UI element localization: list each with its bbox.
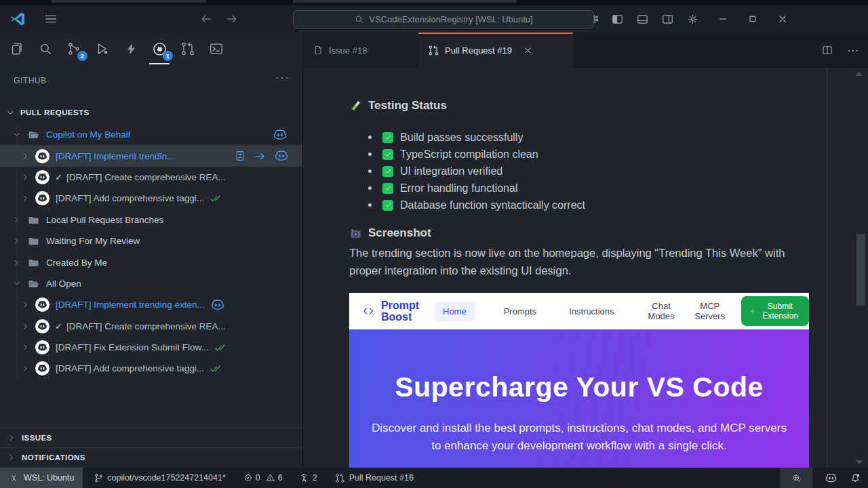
section-issues[interactable]: ISSUES (0, 428, 302, 447)
status-bar: WSL: Ubuntu copilot/vscode1752247214041*… (0, 468, 868, 488)
tree-folder-copilot-on-my-behalf[interactable]: Copilot on My Behalf (0, 124, 302, 145)
site-logo: Prompt Boost (381, 300, 419, 323)
problems-indicator[interactable]: 0 6 (243, 468, 283, 488)
scroll-down-arrow[interactable] (856, 460, 863, 464)
tree-folder-waiting-for-my-review[interactable]: Waiting For My Review (0, 230, 302, 251)
tab-issue-18[interactable]: Issue #18 (303, 33, 418, 68)
remote-indicator[interactable]: WSL: Ubuntu (0, 468, 83, 488)
copilot-avatar (35, 319, 50, 333)
screenshot-description: The trending section is now live on the … (349, 244, 790, 279)
checks-passed-icon (210, 192, 222, 205)
settings-gear-icon[interactable] (686, 13, 699, 26)
screenshot-heading: Screenshot (349, 226, 431, 240)
editor-more-actions[interactable]: ⋯ (847, 43, 859, 58)
tree-folder-all-open[interactable]: All Open (0, 273, 302, 294)
checklist-item: Database function syntactically correct (368, 197, 585, 214)
reviewed-check: ✓ (55, 321, 62, 331)
activity-github-icon[interactable]: 1 (151, 37, 168, 61)
title-bar: VSCodeExtensionRegistry [WSL: Ubuntu] (0, 5, 868, 33)
webview-edge (827, 68, 827, 468)
scrollbar-thumb[interactable] (856, 234, 865, 306)
activity-terminal-icon[interactable] (208, 37, 225, 61)
ports-indicator[interactable]: 2 (299, 468, 317, 488)
embedded-screenshot-image: Prompt Boost Home Prompts Instructions C… (349, 293, 809, 468)
tree-item-pr-implement-trending[interactable]: [DRAFT] Implement trendin... (0, 145, 302, 166)
site-hero-title: Supercharge Your VS Code (395, 371, 764, 403)
reviewed-check: ✓ (55, 172, 62, 182)
copilot-author-icon (210, 298, 225, 312)
folder-open-icon (28, 129, 39, 140)
activity-run-debug-icon[interactable] (94, 37, 111, 61)
artifact-block (52, 0, 206, 3)
tree-item-pr-add-tagging[interactable]: [DRAFT] Add comprehensive taggi... (0, 188, 302, 209)
bullet (368, 152, 372, 156)
bullet (368, 186, 372, 190)
toggle-panel-icon[interactable] (636, 13, 649, 26)
editor-area: Issue #18 Pull Request #19 ⋯ Testing Sta… (303, 33, 868, 468)
notifications-bell-icon[interactable] (850, 468, 861, 488)
tree-folder-local-pr-branches[interactable]: Local Pull Request Branches (0, 209, 302, 230)
checks-passed-icon (214, 342, 226, 354)
pull-request-indicator[interactable]: Pull Request #16 (335, 468, 414, 488)
checklist-item: Error handling functional (368, 180, 585, 197)
git-branch-icon (94, 473, 104, 483)
nav-back-icon[interactable] (199, 12, 213, 26)
window-maximize-button[interactable] (743, 14, 763, 24)
window-close-button[interactable] (772, 13, 793, 25)
pr-description-webview: Testing Status Build passes successfully… (303, 68, 868, 468)
site-hero-subtitle: Discover and install the best prompts, i… (366, 420, 793, 455)
copilot-author-icon (274, 148, 289, 163)
activity-search-icon[interactable] (37, 37, 54, 61)
zoom-indicator[interactable] (780, 468, 812, 488)
testing-status-heading: Testing Status (349, 99, 447, 113)
open-changes-icon[interactable] (234, 150, 246, 162)
window-minimize-button[interactable] (713, 13, 733, 25)
copilot-avatar (35, 191, 50, 205)
tree-item-pr-add-tagging-2[interactable]: [DRAFT] Add comprehensive taggi... (0, 358, 302, 379)
activity-bar: 2 1 (0, 33, 302, 65)
tab-close-icon[interactable] (523, 45, 533, 56)
checked-checkbox-icon (382, 183, 393, 194)
vscode-logo-icon (9, 11, 26, 27)
activity-source-control-icon[interactable]: 2 (65, 37, 83, 61)
error-icon (243, 473, 253, 483)
section-pull-requests[interactable]: PULL REQUESTS (0, 104, 302, 121)
toggle-secondary-sidebar-icon[interactable] (661, 13, 674, 26)
tree-item-pr-implement-trending-2[interactable]: [DRAFT] Implement trending exten... (0, 294, 302, 315)
tree-item-pr-fix-submit-flow[interactable]: [DRAFT] Fix Extension Submit Flow... (0, 337, 302, 358)
file-icon (313, 45, 323, 56)
activity-explorer-icon[interactable] (8, 37, 26, 61)
site-nav-instructions: Instructions (569, 306, 614, 317)
sidebar-more-actions[interactable]: ··· (275, 72, 290, 84)
section-notifications[interactable]: NOTIFICATIONS (0, 447, 302, 467)
tree-item-pr-create-readme-2[interactable]: ✓ [DRAFT] Create comprehensive REA... (0, 316, 302, 337)
active-indicator (149, 63, 170, 64)
checks-passed-icon (210, 363, 222, 375)
command-center[interactable]: VSCodeExtensionRegistry [WSL: Ubuntu] (293, 10, 594, 28)
checkout-arrow-icon[interactable] (254, 150, 267, 163)
nav-forward-icon[interactable] (225, 12, 239, 26)
toggle-primary-sidebar-icon[interactable] (611, 13, 624, 26)
zoom-in-icon (791, 473, 802, 483)
tree-folder-created-by-me[interactable]: Created By Me (0, 251, 302, 272)
branch-indicator[interactable]: copilot/vscode1752247214041* (94, 468, 225, 488)
tree-item-pr-create-readme[interactable]: ✓ [DRAFT] Create comprehensive REA... (0, 167, 302, 188)
artifact-block (293, 0, 517, 3)
activity-pull-request-icon[interactable] (179, 37, 197, 61)
source-control-badge: 2 (77, 51, 87, 61)
copilot-avatar (35, 361, 50, 375)
checklist-item: Build passes successfully (368, 129, 585, 146)
activity-zap-icon[interactable] (122, 37, 140, 61)
testing-checklist: Build passes successfully TypeScript com… (368, 129, 585, 214)
copilot-avatar (35, 170, 50, 184)
scroll-up-arrow[interactable] (856, 72, 863, 76)
search-icon (354, 14, 364, 24)
menu-hamburger-icon[interactable] (43, 12, 58, 26)
tab-pull-request-19[interactable]: Pull Request #19 (418, 33, 573, 68)
folder-icon (28, 235, 39, 247)
split-editor-icon[interactable] (821, 44, 833, 56)
site-hero: Supercharge Your VS Code Discover and in… (349, 329, 809, 468)
checked-checkbox-icon (382, 149, 393, 160)
copilot-status-icon[interactable] (825, 468, 837, 488)
checklist-item: UI integration verified (368, 163, 585, 180)
